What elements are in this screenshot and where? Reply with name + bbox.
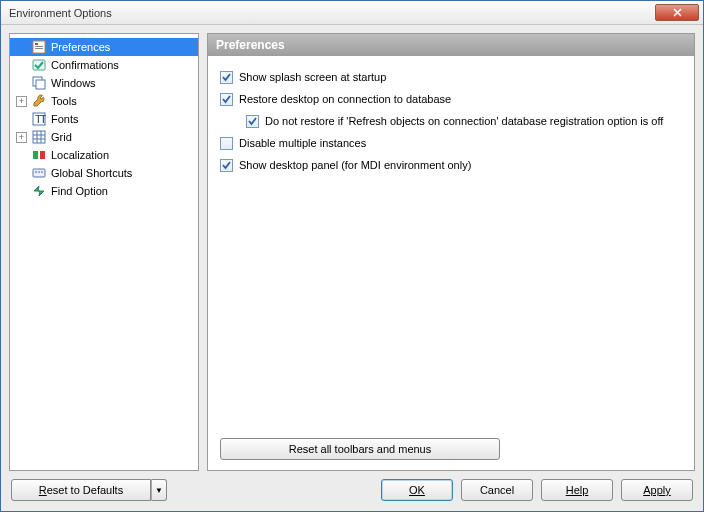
checkbox-row: Do not restore if 'Refresh objects on co… (246, 110, 682, 132)
apply-button[interactable]: Apply (621, 479, 693, 501)
svg-rect-1 (35, 43, 38, 45)
close-icon (673, 8, 682, 17)
top-row: PreferencesConfirmationsWindows+ToolsTTF… (9, 33, 695, 471)
checkbox-row: Show desktop panel (for MDI environment … (220, 154, 682, 176)
svg-rect-6 (36, 80, 45, 89)
svg-rect-11 (33, 151, 38, 159)
svg-rect-13 (40, 151, 45, 159)
expand-spacer (16, 168, 27, 179)
tree-item-label: Grid (51, 131, 72, 143)
svg-rect-10 (33, 131, 45, 143)
checkbox-row: Show splash screen at startup (220, 66, 682, 88)
panel-body: Show splash screen at startupRestore des… (208, 56, 694, 470)
checkbox-label[interactable]: Show splash screen at startup (239, 71, 386, 83)
reset-toolbars-button[interactable]: Reset all toolbars and menus (220, 438, 500, 460)
help-label: Help (566, 484, 589, 496)
svg-rect-17 (41, 171, 43, 173)
expand-spacer (16, 42, 27, 53)
reset-defaults-split-button: Reset to Defaults ▼ (11, 479, 167, 501)
expand-spacer (16, 114, 27, 125)
tree-item-label: Preferences (51, 41, 110, 53)
svg-rect-15 (35, 171, 37, 173)
tree-item-label: Find Option (51, 185, 108, 197)
tree-item-fonts[interactable]: TTFonts (10, 110, 198, 128)
reset-defaults-button[interactable]: Reset to Defaults (11, 479, 151, 501)
nav-tree[interactable]: PreferencesConfirmationsWindows+ToolsTTF… (9, 33, 199, 471)
expand-spacer (16, 150, 27, 161)
svg-rect-16 (38, 171, 40, 173)
checkbox-label[interactable]: Disable multiple instances (239, 137, 366, 149)
checkbox[interactable] (220, 71, 233, 84)
windows-icon (31, 75, 47, 91)
expand-spacer (16, 60, 27, 71)
tools-icon (31, 93, 47, 109)
dialog-window: Environment Options PreferencesConfirmat… (0, 0, 704, 512)
preferences-panel: Preferences Show splash screen at startu… (207, 33, 695, 471)
svg-rect-4 (33, 60, 45, 70)
tree-item-tools[interactable]: +Tools (10, 92, 198, 110)
grid-icon (31, 129, 47, 145)
reset-defaults-dropdown[interactable]: ▼ (151, 479, 167, 501)
find-icon (31, 183, 47, 199)
tree-item-grid[interactable]: +Grid (10, 128, 198, 146)
checkbox[interactable] (220, 159, 233, 172)
confirm-icon (31, 57, 47, 73)
tree-item-find-option[interactable]: Find Option (10, 182, 198, 200)
fonts-icon: TT (31, 111, 47, 127)
tree-item-label: Windows (51, 77, 96, 89)
tree-item-label: Tools (51, 95, 77, 107)
checkbox-label[interactable]: Show desktop panel (for MDI environment … (239, 159, 471, 171)
checkbox-row: Restore desktop on connection to databas… (220, 88, 682, 110)
ok-button[interactable]: OK (381, 479, 453, 501)
client-area: PreferencesConfirmationsWindows+ToolsTTF… (1, 25, 703, 511)
tree-item-localization[interactable]: Localization (10, 146, 198, 164)
svg-rect-12 (38, 151, 40, 159)
close-button[interactable] (655, 4, 699, 21)
tree-item-confirmations[interactable]: Confirmations (10, 56, 198, 74)
svg-text:T: T (40, 113, 46, 125)
apply-label: Apply (643, 484, 671, 496)
checkbox[interactable] (220, 137, 233, 150)
tree-item-label: Confirmations (51, 59, 119, 71)
tree-item-label: Global Shortcuts (51, 167, 132, 179)
expand-spacer (16, 186, 27, 197)
expand-spacer (16, 78, 27, 89)
panel-header: Preferences (208, 34, 694, 56)
svg-rect-3 (35, 48, 43, 49)
tree-item-label: Localization (51, 149, 109, 161)
window-title: Environment Options (9, 7, 112, 19)
expand-icon[interactable]: + (16, 132, 27, 143)
local-icon (31, 147, 47, 163)
svg-rect-2 (35, 46, 43, 47)
shortcut-icon (31, 165, 47, 181)
tree-item-windows[interactable]: Windows (10, 74, 198, 92)
expand-icon[interactable]: + (16, 96, 27, 107)
tree-item-label: Fonts (51, 113, 79, 125)
checkbox-label[interactable]: Restore desktop on connection to databas… (239, 93, 451, 105)
checkbox[interactable] (246, 115, 259, 128)
titlebar: Environment Options (1, 1, 703, 25)
help-button[interactable]: Help (541, 479, 613, 501)
checkbox[interactable] (220, 93, 233, 106)
tree-item-global-shortcuts[interactable]: Global Shortcuts (10, 164, 198, 182)
button-row: Reset to Defaults ▼ OK Cancel Help Apply (9, 479, 695, 503)
reset-toolbar-row: Reset all toolbars and menus (220, 438, 682, 460)
tree-item-preferences[interactable]: Preferences (10, 38, 198, 56)
reset-defaults-label: Reset to Defaults (39, 484, 123, 496)
checkbox-row: Disable multiple instances (220, 132, 682, 154)
cancel-button[interactable]: Cancel (461, 479, 533, 501)
pref-icon (31, 39, 47, 55)
checkbox-label[interactable]: Do not restore if 'Refresh objects on co… (265, 115, 663, 127)
